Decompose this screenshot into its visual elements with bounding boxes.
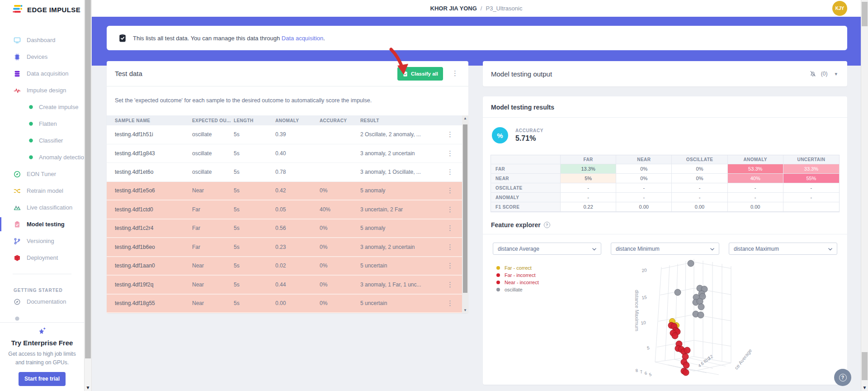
data-acquisition-link[interactable]: Data acquisition bbox=[282, 35, 324, 42]
help-button[interactable]: ? bbox=[834, 369, 851, 386]
column-header-sample-name[interactable]: SAMPLE NAME bbox=[115, 118, 192, 123]
sidebar-item-create-impulse[interactable]: Create impulse bbox=[0, 99, 84, 115]
row-menu-icon[interactable]: ⋮ bbox=[443, 222, 463, 234]
sidebar-item-impulse-design[interactable]: Impulse design bbox=[0, 82, 84, 99]
page-scrollbar-thumb[interactable] bbox=[862, 2, 868, 26]
table-row[interactable]: testing.4df1aan0Near5s0.020%5 uncertain⋮ bbox=[107, 257, 468, 276]
page-scrollbar[interactable]: ▼ bbox=[861, 0, 868, 391]
matrix-row-label-oscillate: OSCILLATE bbox=[491, 183, 561, 193]
table-row[interactable]: testing.4df1et6ooscillate5s0.783 anomaly… bbox=[107, 163, 468, 182]
table-row[interactable]: testing.4df1h51ioscillate5s0.392 Oscilla… bbox=[107, 125, 468, 144]
scatter-point-near-incorrect[interactable] bbox=[683, 369, 689, 376]
enterprise-promo: Try Enterprise Free Get access to high j… bbox=[0, 322, 84, 386]
scatter-point-oscillate[interactable] bbox=[675, 289, 681, 296]
row-menu-icon[interactable]: ⋮ bbox=[443, 166, 463, 178]
axis-select-distance-maximum[interactable]: distance Maximum bbox=[729, 243, 837, 255]
table-row[interactable]: testing.4df19f2qNear5s0.440%3 anomaly, 1… bbox=[107, 276, 468, 295]
matrix-cell: 0% bbox=[616, 174, 672, 183]
sidebar-item-live-classification[interactable]: Live classification bbox=[0, 199, 84, 216]
row-menu-icon[interactable]: ⋮ bbox=[443, 148, 463, 159]
page-scroll-down-icon[interactable]: ▼ bbox=[861, 385, 868, 390]
table-scroll-down-icon[interactable]: ▼ bbox=[462, 308, 468, 312]
table-cell-name: testing.4df1ctd0 bbox=[115, 206, 192, 213]
scatter-3d-plot[interactable]: 201510546810128765distance Maximumce Ave… bbox=[626, 254, 778, 385]
table-row[interactable]: testing.4df1g843oscillate5s0.403 anomaly… bbox=[107, 144, 468, 163]
table-cell-anomaly: 0.05 bbox=[275, 206, 320, 213]
sidebar-scroll-down-icon[interactable]: ▼ bbox=[85, 385, 91, 390]
sidebar-item-model-testing[interactable]: Model testing bbox=[0, 216, 84, 233]
legend-item-oscillate[interactable]: oscillate bbox=[496, 287, 539, 292]
monitor-icon bbox=[14, 37, 21, 44]
table-cell-result: 5 uncertain bbox=[360, 300, 443, 306]
sidebar-item-eon-tuner[interactable]: EON Tuner bbox=[0, 166, 84, 182]
test-data-menu-icon[interactable]: ⋮ bbox=[448, 67, 462, 79]
classify-all-button[interactable]: Classify all bbox=[397, 67, 443, 81]
scatter-point-near-incorrect[interactable] bbox=[684, 347, 690, 353]
table-scroll-up-icon[interactable]: ▲ bbox=[462, 116, 468, 120]
table-scrollbar[interactable]: ▲ ▼ bbox=[462, 115, 468, 313]
table-cell-name: testing.4df18g55 bbox=[115, 300, 192, 306]
sidebar-item-flatten[interactable]: Flatten bbox=[0, 115, 84, 132]
row-menu-icon[interactable]: ⋮ bbox=[443, 279, 463, 291]
sidebar-item-classifier[interactable]: Classifier bbox=[0, 132, 84, 149]
table-cell-anomaly: 0.23 bbox=[275, 244, 320, 250]
column-header-result[interactable]: RESULT bbox=[360, 118, 443, 123]
legend-item-far-incorrect[interactable]: Far - incorrect bbox=[496, 272, 539, 278]
row-menu-icon[interactable]: ⋮ bbox=[443, 204, 463, 215]
matrix-cell: - bbox=[728, 183, 783, 193]
table-row[interactable]: testing.4df1c2r4Far5s0.560%5 anomaly⋮ bbox=[107, 219, 468, 238]
row-menu-icon[interactable]: ⋮ bbox=[443, 241, 463, 253]
classify-clipboard-icon bbox=[402, 71, 408, 77]
page-scrollbar-thumb-lower[interactable] bbox=[862, 352, 868, 380]
edge-impulse-logo[interactable]: EDGE IMPULSE bbox=[0, 0, 84, 15]
sidebar-item-deployment[interactable]: Deployment bbox=[0, 249, 84, 266]
column-header-length[interactable]: LENGTH bbox=[234, 118, 275, 123]
legend-item-near-incorrect[interactable]: Near - incorrect bbox=[496, 280, 539, 285]
column-header-expected-ou[interactable]: EXPECTED OU... bbox=[192, 118, 234, 123]
scatter-point-oscillate[interactable] bbox=[688, 260, 694, 267]
start-free-trial-button[interactable]: Start free trial bbox=[19, 372, 66, 386]
help-circle-icon[interactable]: ? bbox=[544, 222, 550, 228]
table-cell-name: testing.4df1c2r4 bbox=[115, 225, 192, 231]
axis-select-distance-minimum[interactable]: distance Minimum bbox=[611, 243, 719, 255]
column-header-accuracy[interactable]: ACCURACY bbox=[320, 118, 360, 123]
matrix-col-header-anomaly: ANOMALY bbox=[728, 155, 783, 164]
scatter-point-near-incorrect[interactable] bbox=[683, 362, 689, 368]
sidebar-scrollbar-thumb[interactable] bbox=[85, 0, 91, 358]
row-menu-icon[interactable]: ⋮ bbox=[443, 185, 463, 196]
clipboard-check-icon bbox=[118, 34, 127, 42]
plot-points bbox=[668, 260, 708, 376]
table-row[interactable]: testing.4df18g55Near5s0.000%5 uncertain⋮ bbox=[107, 295, 468, 314]
column-header-anomaly[interactable]: ANOMALY bbox=[275, 118, 320, 123]
row-menu-icon[interactable]: ⋮ bbox=[443, 260, 463, 272]
breadcrumb-user[interactable]: KHOR JIA YONG bbox=[430, 5, 477, 12]
table-row[interactable]: testing.4df1b6eoFar5s0.230%3 anomaly, 2 … bbox=[107, 238, 468, 257]
legend-item-far-correct[interactable]: Far - correct bbox=[496, 265, 539, 271]
sidebar-item-versioning[interactable]: Versioning bbox=[0, 233, 84, 249]
sidebar-item-data-acquisition[interactable]: Data acquisition bbox=[0, 65, 84, 82]
table-row[interactable]: testing.4df1ctd0Far5s0.0540%3 uncertain,… bbox=[107, 200, 468, 219]
row-menu-icon[interactable]: ⋮ bbox=[443, 297, 463, 309]
sidebar-item-retrain-model[interactable]: Retrain model bbox=[0, 182, 84, 199]
sidebar-item-documentation[interactable]: Documentation bbox=[0, 293, 84, 310]
feature-explorer-title: Feature explorer bbox=[491, 221, 541, 229]
sidebar: EDGE IMPULSE DashboardDevicesData acquis… bbox=[0, 0, 84, 391]
matrix-cell: - bbox=[728, 193, 783, 202]
sidebar-scrollbar[interactable]: ▼ bbox=[84, 0, 92, 391]
axis-select-distance-average[interactable]: distance Average bbox=[493, 243, 601, 255]
sidebar-item-dashboard[interactable]: Dashboard bbox=[0, 32, 84, 48]
breadcrumb-project[interactable]: P3_Ultrasonic bbox=[486, 5, 522, 12]
sidebar-item-devices[interactable]: Devices bbox=[0, 48, 84, 65]
scatter-point-far-incorrect[interactable] bbox=[672, 333, 678, 339]
accuracy-block: % ACCURACY 5.71% bbox=[483, 118, 847, 146]
table-scrollbar-thumb[interactable] bbox=[463, 124, 467, 293]
sidebar-item-anomaly-detection[interactable]: Anomaly detection bbox=[0, 149, 84, 166]
table-row[interactable]: testing.4df1e5o6Near5s0.420%5 anomaly⋮ bbox=[107, 182, 468, 201]
scatter-point-oscillate[interactable] bbox=[698, 304, 704, 310]
avatar[interactable]: KJY bbox=[832, 1, 847, 16]
scatter-point-oscillate[interactable] bbox=[698, 312, 704, 318]
table-cell-expected: oscillate bbox=[192, 131, 234, 138]
table-body: testing.4df1h51ioscillate5s0.392 Oscilla… bbox=[107, 125, 468, 313]
output-dropdown-caret-icon[interactable]: ▾ bbox=[832, 69, 840, 79]
row-menu-icon[interactable]: ⋮ bbox=[443, 129, 463, 140]
